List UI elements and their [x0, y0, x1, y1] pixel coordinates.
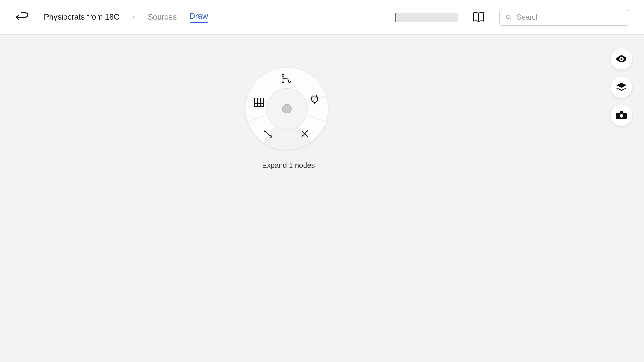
eye-icon: [616, 55, 627, 63]
branch-icon: [281, 74, 291, 84]
right-tool-stack: [611, 48, 632, 126]
svg-line-22: [266, 131, 270, 136]
top-bar: Physiocrats from 18C • Sources Draw: [0, 0, 644, 35]
svg-line-1: [510, 18, 511, 19]
book-button[interactable]: [472, 11, 485, 23]
table-icon: [254, 98, 264, 107]
dot-separator: •: [132, 13, 135, 21]
radial-menu: [244, 66, 329, 151]
svg-point-25: [620, 114, 623, 118]
tab-sources[interactable]: Sources: [148, 13, 177, 22]
radial-item-connect[interactable]: [262, 128, 273, 139]
tab-draw[interactable]: Draw: [190, 12, 208, 23]
fab-snapshot[interactable]: [611, 104, 632, 126]
page-title: Physiocrats from 18C: [44, 13, 119, 22]
layers-icon: [616, 82, 627, 92]
back-button[interactable]: [15, 10, 29, 25]
book-open-icon: [472, 12, 485, 23]
search-icon: [506, 14, 512, 21]
radial-caption: Expand 1 nodes: [262, 161, 315, 170]
radial-item-close[interactable]: [299, 128, 310, 139]
radial-item-plugin[interactable]: [309, 94, 320, 105]
back-arrow-icon: [16, 12, 28, 22]
fab-layers[interactable]: [611, 76, 632, 98]
svg-rect-10: [255, 98, 263, 106]
radial-item-branch[interactable]: [281, 73, 292, 84]
search-input[interactable]: [517, 13, 623, 21]
radial-item-table[interactable]: [254, 97, 265, 108]
svg-point-17: [289, 81, 290, 83]
search-field[interactable]: [499, 9, 629, 26]
camera-icon: [616, 111, 627, 120]
progress-fill: [395, 13, 396, 22]
progress-indicator: [395, 13, 458, 22]
svg-point-24: [621, 58, 623, 60]
fab-visibility[interactable]: [611, 48, 632, 70]
close-icon: [301, 130, 309, 138]
plug-icon: [310, 94, 319, 105]
canvas[interactable]: Expand 1 nodes: [0, 35, 644, 362]
radial-center-node[interactable]: [282, 104, 292, 113]
connect-icon: [263, 129, 273, 138]
